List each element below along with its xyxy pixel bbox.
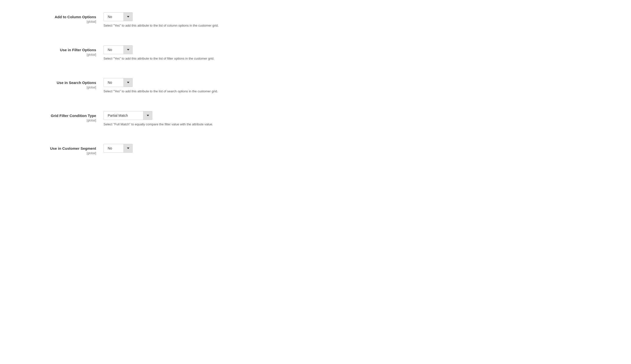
field-description-use-in-filter-options: Select "Yes" to add this attribute to th… [104, 56, 286, 61]
label-wrap-use-in-customer-segment: Use in Customer Segment[global] [10, 144, 104, 155]
field-scope-use-in-customer-segment: [global] [10, 152, 96, 155]
chevron-down-icon [147, 115, 149, 116]
chevron-down-icon [127, 16, 129, 18]
chevron-down-icon [127, 49, 129, 50]
label-wrap-add-to-column-options: Add to Column Options[global] [10, 12, 104, 24]
field-scope-use-in-search-options: [global] [10, 86, 96, 89]
label-wrap-use-in-search-options: Use in Search Options[global] [10, 78, 104, 89]
label-wrap-use-in-filter-options: Use in Filter Options[global] [10, 45, 104, 56]
select-use-in-customer-segment[interactable]: No [104, 144, 133, 153]
field-scope-grid-filter-condition-type: [global] [10, 119, 96, 122]
control-wrap-grid-filter-condition-type: Partial MatchSelect "Full Match" to equa… [104, 111, 286, 127]
field-scope-use-in-filter-options: [global] [10, 53, 96, 56]
field-row-use-in-filter-options: Use in Filter Options[global]NoSelect "Y… [10, 38, 286, 68]
chevron-down-icon [127, 148, 129, 149]
field-label-use-in-filter-options: Use in Filter Options [10, 47, 96, 52]
field-label-add-to-column-options: Add to Column Options [10, 14, 96, 20]
select-use-in-search-options[interactable]: No [104, 78, 133, 87]
field-row-use-in-customer-segment: Use in Customer Segment[global]No [10, 136, 286, 162]
field-label-use-in-search-options: Use in Search Options [10, 80, 96, 85]
control-wrap-use-in-filter-options: NoSelect "Yes" to add this attribute to … [104, 45, 286, 61]
control-wrap-add-to-column-options: NoSelect "Yes" to add this attribute to … [104, 12, 286, 28]
select-add-to-column-options[interactable]: No [104, 12, 133, 21]
select-value-use-in-customer-segment: No [104, 144, 124, 152]
select-use-in-filter-options[interactable]: No [104, 45, 133, 54]
select-value-use-in-search-options: No [104, 78, 124, 87]
select-arrow-use-in-search-options[interactable] [124, 78, 132, 87]
select-grid-filter-condition-type[interactable]: Partial Match [104, 111, 152, 120]
control-wrap-use-in-customer-segment: No [104, 144, 286, 153]
field-scope-add-to-column-options: [global] [10, 20, 96, 24]
field-row-grid-filter-condition-type: Grid Filter Condition Type[global]Partia… [10, 104, 286, 134]
field-label-use-in-customer-segment: Use in Customer Segment [10, 146, 96, 151]
select-value-add-to-column-options: No [104, 12, 124, 21]
select-arrow-grid-filter-condition-type[interactable] [143, 111, 152, 120]
select-arrow-use-in-customer-segment[interactable] [124, 144, 132, 152]
select-arrow-add-to-column-options[interactable] [124, 12, 132, 21]
select-value-grid-filter-condition-type: Partial Match [104, 111, 143, 120]
field-row-add-to-column-options: Add to Column Options[global]NoSelect "Y… [10, 5, 286, 36]
field-description-add-to-column-options: Select "Yes" to add this attribute to th… [104, 23, 286, 28]
form-container: Add to Column Options[global]NoSelect "Y… [0, 0, 296, 167]
field-label-grid-filter-condition-type: Grid Filter Condition Type [10, 113, 96, 118]
field-description-use-in-search-options: Select "Yes" to add this attribute to th… [104, 89, 286, 94]
label-wrap-grid-filter-condition-type: Grid Filter Condition Type[global] [10, 111, 104, 122]
select-arrow-use-in-filter-options[interactable] [124, 46, 132, 54]
field-row-use-in-search-options: Use in Search Options[global]NoSelect "Y… [10, 71, 286, 101]
select-value-use-in-filter-options: No [104, 46, 124, 54]
field-description-grid-filter-condition-type: Select "Full Match" to equally compare t… [104, 122, 286, 127]
chevron-down-icon [127, 82, 129, 83]
control-wrap-use-in-search-options: NoSelect "Yes" to add this attribute to … [104, 78, 286, 94]
